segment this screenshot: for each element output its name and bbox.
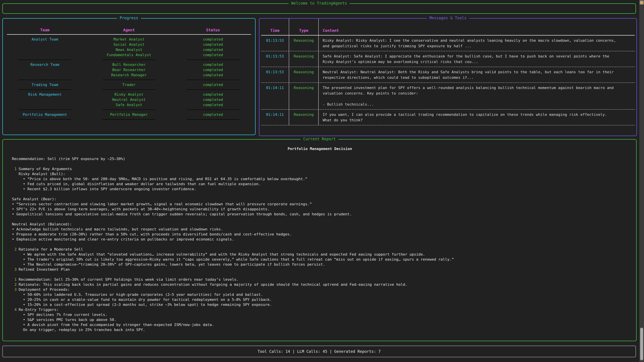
content-cell: The presented investment plan for SPY of… (318, 83, 635, 109)
list-number: 2 (14, 282, 16, 287)
team-cell: Research Team (3, 62, 87, 67)
team-cell: Trading Team (3, 82, 87, 87)
current-report-panel: Current Report Portfolio Management Deci… (2, 139, 636, 341)
status-cell: completed (171, 102, 255, 107)
welcome-banner-panel: Welcome to TradingAgents (2, 3, 636, 14)
content-cell: Safe Analyst: Safe Analyst: I appreciate… (318, 51, 635, 67)
type-cell: Reasoning (289, 35, 318, 51)
table-row: News Analyst completed (3, 47, 255, 52)
report-line: • “Price is above both the 50- and 200-d… (12, 176, 628, 182)
footer-stats-bar: Tool Calls: 14 | LLM Calls: 45 | Generat… (2, 346, 636, 357)
report-line: • Geopolitical tensions and speculative … (12, 212, 628, 217)
report-line (12, 192, 628, 197)
group-separator (3, 109, 255, 110)
column-header-content: Content (318, 18, 635, 35)
report-line: 2Rationale for a Moderate Sell (12, 247, 628, 252)
group-separator (3, 89, 255, 90)
agent-cell: Market Analyst (87, 37, 171, 42)
team-cell: Portfolio Management (3, 112, 87, 117)
column-header-type: Type (289, 18, 318, 35)
report-line: • The Neutral compromise—“trimming 20–30… (12, 262, 628, 267)
status-cell: completed (171, 62, 255, 67)
report-line: • SPY’s 22× P/E is above long-term avera… (12, 207, 628, 212)
table-row: Portfolio Management Portfolio Manager c… (3, 112, 255, 117)
status-cell: completed (171, 37, 255, 42)
progress-group-research-team: Research Team Bull Researcher completed … (3, 62, 255, 78)
time-cell: 01:14:11 (261, 83, 289, 109)
report-line (12, 272, 628, 277)
status-cell: completed (171, 112, 255, 117)
group-separator (3, 59, 255, 60)
progress-group-analyst-team: Analyst Team Market Analyst completed So… (3, 37, 255, 57)
list-number: 3 (14, 287, 16, 292)
report-line: 1Summary of Key Arguments (12, 166, 628, 171)
report-line: • S&P services PMI turns back up above 5… (12, 317, 628, 322)
agent-cell: Portfolio Manager (87, 112, 171, 117)
report-line: • SPY declines 7% from current levels. (12, 312, 628, 317)
report-line: • Propose a moderate trim (20–30%) rathe… (12, 232, 628, 237)
column-header-time: Time (261, 18, 289, 35)
scrollbar-track[interactable] (639, 0, 644, 362)
report-line: Recommendation: Sell (trim SPY exposure … (12, 156, 628, 161)
content-cell: Risky Analyst: Risky Analyst: I see the … (318, 35, 635, 51)
report-line: Risky Analyst (Bull): (12, 171, 628, 176)
progress-group-portfolio-management: Portfolio Management Portfolio Manager c… (3, 112, 255, 117)
report-line (12, 242, 628, 247)
table-row: Research Manager completed (3, 72, 255, 78)
status-cell: completed (171, 52, 255, 57)
list-number: 3 (14, 267, 16, 272)
table-row: Bear Researcher completed (3, 67, 255, 72)
table-row: Safe Analyst completed (3, 102, 255, 107)
list-number: 1 (14, 166, 16, 171)
table-row: Research Team Bull Researcher completed (3, 62, 255, 67)
time-cell: 01:14:11 (261, 110, 289, 125)
message-row: 01:14:11 Reasoning If you want, I can al… (261, 110, 635, 125)
status-cell: completed (171, 47, 255, 52)
team-cell: Risk Management (3, 92, 87, 97)
welcome-banner-title: Welcome to TradingAgents (289, 1, 350, 5)
status-cell: completed (171, 97, 255, 102)
report-body: Portfolio Management Decision Recommenda… (3, 140, 636, 332)
report-line: On any trigger, redeploy in 25% tranches… (12, 327, 628, 332)
list-number: 1 (14, 277, 16, 282)
column-header-agent: Agent (87, 28, 171, 32)
report-line: Safe Analyst (Bear): (12, 197, 628, 202)
column-header-team: Team (3, 28, 87, 32)
report-line: • “Services sector contraction and slowi… (12, 202, 628, 207)
report-line: • We agree with the Safe Analyst that “e… (12, 252, 628, 257)
scrollbar-top-marker[interactable] (640, 0, 644, 4)
content-cell: Neutral Analyst: Neutral Analyst: Both t… (318, 67, 635, 82)
table-row: Analyst Team Market Analyst completed (3, 37, 255, 42)
progress-table-header: Team Agent Status (3, 28, 255, 32)
status-cell: completed (171, 67, 255, 72)
team-cell: Analyst Team (3, 37, 87, 42)
agent-cell: Neutral Analyst (87, 97, 171, 102)
type-cell: Reasoning (289, 83, 318, 109)
report-line: • Emphasize active monitoring and clear … (12, 237, 628, 242)
table-row: Neutral Analyst completed (3, 97, 255, 102)
progress-panel-title: Progress (117, 16, 141, 20)
agent-cell: Social Analyst (87, 42, 171, 47)
progress-panel: Progress Team Agent Status Analyst Team … (2, 18, 256, 135)
agent-cell: Bull Researcher (87, 62, 171, 67)
progress-group-risk-management: Risk Management Risky Analyst completed … (3, 92, 255, 107)
status-cell: completed (171, 42, 255, 47)
type-cell: Reasoning (289, 110, 318, 125)
report-line: Neutral Analyst (Balanced): (12, 222, 628, 227)
agent-cell: Trader (87, 82, 171, 87)
list-number: 2 (14, 247, 16, 252)
report-line: 3Refined Investment Plan (12, 267, 628, 272)
agent-cell: Bear Researcher (87, 67, 171, 72)
time-cell: 01:13:53 (261, 67, 289, 82)
scrollbar-thumb[interactable] (640, 328, 643, 360)
messages-tools-panel: Messages & Tools Time Type Content 01:13… (259, 18, 637, 136)
agent-cell: Safe Analyst (87, 102, 171, 107)
agent-cell: Fundamentals Analyst (87, 52, 171, 57)
message-row: 01:13:53 Reasoning Neutral Analyst: Neut… (261, 67, 635, 83)
message-row: 01:14:11 Reasoning The presented investm… (261, 83, 635, 110)
type-cell: Reasoning (289, 67, 318, 82)
agent-cell: Research Manager (87, 72, 171, 78)
column-header-status: Status (171, 28, 255, 32)
report-line (12, 161, 628, 166)
messages-tools-panel-title: Messages & Tools (427, 16, 469, 20)
